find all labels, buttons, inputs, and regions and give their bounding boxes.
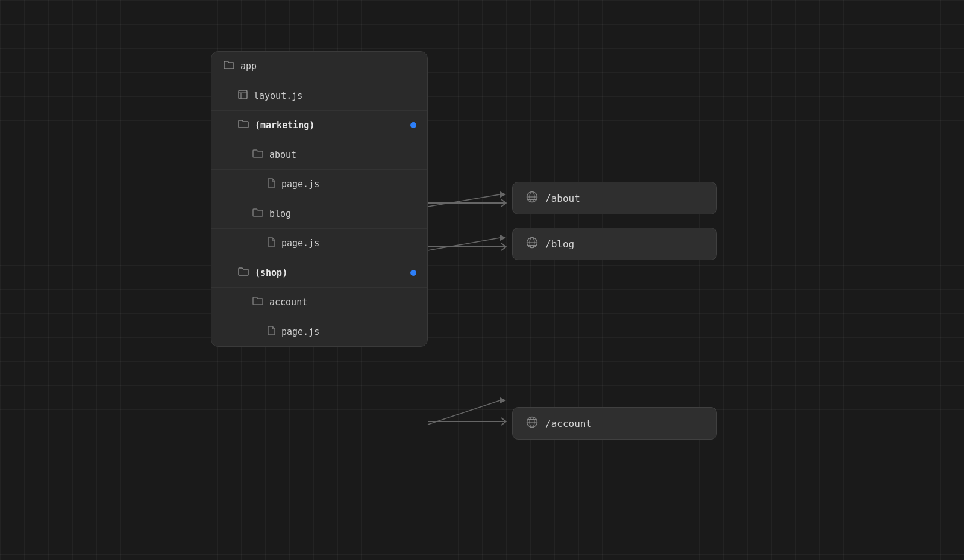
tree-item-account-page: page.js [211, 317, 427, 346]
tree-label: page.js [281, 238, 319, 249]
active-dot [410, 122, 416, 128]
route-about-wrapper: /about [512, 182, 717, 214]
tree-label: account [269, 297, 307, 308]
svg-line-3 [428, 194, 500, 207]
diagram-container: app layout.js [211, 39, 753, 521]
route-box-blog: /blog [512, 228, 717, 260]
file-tree-panel: app layout.js [211, 51, 428, 347]
tree-label: layout.js [254, 90, 302, 101]
route-box-account: /account [512, 407, 717, 440]
file-icon [267, 178, 275, 190]
route-path-account: /account [545, 418, 592, 429]
tree-label: page.js [281, 179, 319, 190]
folder-icon [238, 267, 249, 279]
route-box-about: /about [512, 182, 717, 214]
svg-line-5 [428, 238, 500, 250]
active-dot [410, 270, 416, 276]
svg-rect-0 [239, 90, 247, 99]
folder-icon [252, 296, 263, 308]
tree-item-shop: (shop) [211, 258, 427, 288]
globe-icon [526, 416, 538, 431]
svg-marker-6 [500, 235, 506, 241]
file-icon [267, 237, 275, 249]
globe-icon [526, 191, 538, 205]
tree-item-app: app [211, 52, 427, 81]
tree-item-about: about [211, 140, 427, 170]
svg-marker-4 [500, 191, 506, 198]
tree-label: (marketing) [255, 120, 315, 131]
svg-marker-8 [500, 397, 506, 403]
folder-icon [224, 60, 234, 72]
tree-item-blog: blog [211, 199, 427, 229]
folder-icon [238, 119, 249, 131]
tree-item-marketing: (marketing) [211, 111, 427, 140]
file-icon [267, 326, 275, 338]
route-path-blog: /blog [545, 238, 574, 250]
svg-line-7 [428, 400, 500, 425]
file-tree: app layout.js [211, 51, 428, 347]
folder-icon [252, 149, 263, 161]
tree-label: about [269, 149, 296, 160]
tree-label: app [240, 61, 257, 72]
tree-item-account: account [211, 288, 427, 317]
tree-label: page.js [281, 326, 319, 337]
tree-label: (shop) [255, 267, 287, 278]
tree-item-layout: layout.js [211, 81, 427, 111]
tree-item-about-page: page.js [211, 170, 427, 199]
route-account-wrapper: /account [512, 407, 717, 440]
tree-item-blog-page: page.js [211, 229, 427, 258]
folder-icon [252, 208, 263, 220]
route-blog-wrapper: /blog [512, 228, 717, 260]
route-path-about: /about [545, 193, 580, 204]
layout-icon [238, 90, 248, 102]
globe-icon [526, 237, 538, 251]
tree-label: blog [269, 208, 291, 219]
routes-panel: /about /blog [512, 39, 717, 440]
